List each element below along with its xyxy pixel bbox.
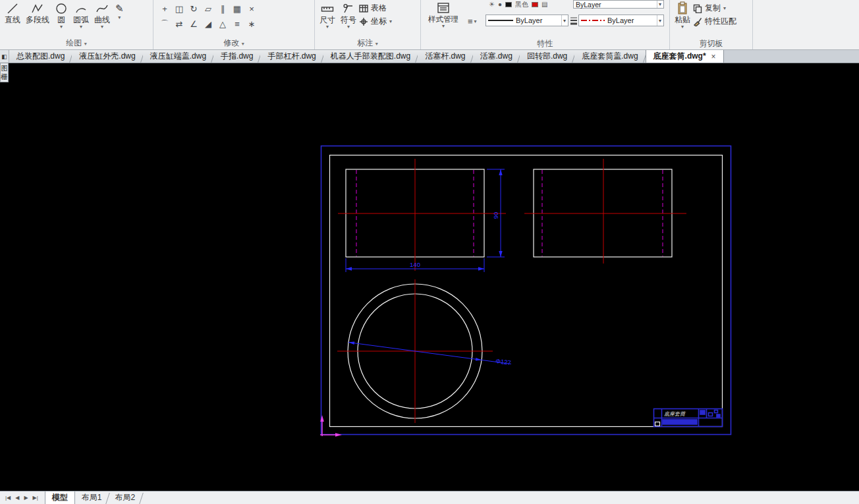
next-layout-icon[interactable]: ▶ <box>24 495 28 501</box>
side-view[interactable] <box>524 159 686 264</box>
first-layout-icon[interactable]: |◀ <box>5 495 11 501</box>
explode-icon[interactable]: ∗ <box>244 16 259 32</box>
mirror-icon[interactable]: ▱ <box>201 1 215 16</box>
chevron-down-icon[interactable]: ▾ <box>442 24 445 28</box>
clipboard-stack: 复制 ▾ 特性匹配 <box>693 1 736 27</box>
sketch-tool-button[interactable]: ✎ ▾ <box>113 1 126 20</box>
panel-label-modify[interactable]: 修改 ▾ <box>153 39 314 48</box>
table-button[interactable]: 表格 <box>359 3 392 14</box>
layer-bulb-icon[interactable]: ● <box>498 1 502 8</box>
line-tool-button[interactable]: 直线 <box>2 1 23 25</box>
paste-button[interactable]: 粘贴 ▾ <box>672 1 693 30</box>
last-layout-icon[interactable]: ▶| <box>33 495 38 501</box>
file-tab[interactable]: 活塞杆.dwg <box>418 50 472 63</box>
chevron-down-icon[interactable]: ▾ <box>681 24 684 29</box>
panel-label-properties[interactable]: 特性 <box>421 40 669 48</box>
drawing-viewport[interactable]: 90 140 <box>0 63 859 491</box>
drawing-canvas[interactable]: 图 栅 90 <box>0 63 859 491</box>
linetype-dropdown[interactable]: ByLayer ▾ <box>578 14 664 26</box>
fillet-icon[interactable]: ∠ <box>186 16 201 32</box>
arc-tool-button[interactable]: 圆弧 ▾ <box>70 1 92 30</box>
chevron-down-icon[interactable]: ▾ <box>657 1 661 8</box>
pencil-icon: ✎ <box>115 1 124 15</box>
copy-icon <box>693 1 702 15</box>
annotate-tools: 尺寸 ▾ 符号 ▾ 表格 <box>315 0 420 30</box>
copy-icon[interactable]: ◫ <box>172 1 186 16</box>
dimension-diameter[interactable]: Φ127 <box>348 342 511 366</box>
file-tab-active[interactable]: 底座套筒.dwg* × <box>646 50 724 63</box>
spline-tool-button[interactable]: 曲线 ▾ <box>92 1 113 30</box>
object-color-dropdown[interactable]: ByLayer ▾ <box>573 0 664 9</box>
lineweight-dropdown-value: ByLayer <box>516 16 542 24</box>
chevron-down-icon[interactable]: ▾ <box>561 15 566 26</box>
file-tab-label: 回转部.dwg <box>527 51 567 62</box>
style-manager-button[interactable]: 样式管理 ▾ <box>425 1 462 28</box>
scale-icon[interactable]: △ <box>215 16 230 32</box>
trim-icon[interactable]: ⌒ <box>157 16 172 32</box>
brightness-icon[interactable]: ☀ <box>489 1 495 8</box>
side-strip-char: 图 <box>1 64 8 72</box>
file-tab[interactable]: 手指.dwg <box>213 50 260 63</box>
panel-label-draw[interactable]: 绘图 ▾ <box>0 39 153 48</box>
front-view[interactable] <box>338 159 506 271</box>
file-tab[interactable]: 回转部.dwg <box>520 50 574 63</box>
chevron-down-icon[interactable]: ▾ <box>347 24 350 29</box>
close-icon[interactable]: × <box>711 52 716 61</box>
title-block[interactable]: 底座套筒 <box>653 409 723 427</box>
lineweight-list-icon[interactable] <box>570 16 578 26</box>
black-color-swatch[interactable] <box>505 2 512 7</box>
array-icon[interactable]: ▦ <box>230 1 244 16</box>
ribbon-panel-properties: 样式管理 ▾ ≡ ▾ ☀ ● 黑色 ▤ ByLayer ▾ ByLayer <box>421 0 670 49</box>
file-tab-label: 液压缸端盖.dwg <box>150 51 206 62</box>
chevron-down-icon[interactable]: ▾ <box>657 15 661 26</box>
coordinate-button[interactable]: 坐标 ▾ <box>359 16 392 27</box>
chamfer-icon[interactable]: ◢ <box>201 16 215 32</box>
extend-icon[interactable]: ⇄ <box>172 16 186 32</box>
file-tab[interactable]: 底座套筒盖.dwg <box>574 50 645 63</box>
plot-style-icon[interactable]: ▤ <box>541 1 547 8</box>
file-tab-label: 活塞杆.dwg <box>425 51 465 62</box>
panel-label-clipboard[interactable]: 剪切板 <box>670 40 752 48</box>
move-icon[interactable]: + <box>157 1 172 16</box>
file-tab-filler <box>724 50 859 63</box>
file-tab[interactable]: 活塞.dwg <box>473 50 520 63</box>
copy-button[interactable]: 复制 ▾ <box>693 3 736 14</box>
tab-model[interactable]: 模型 <box>45 491 75 504</box>
panel-label-text: 剪切板 <box>700 39 723 48</box>
file-tab[interactable]: 总装配图.dwg <box>9 50 72 63</box>
symbol-tool-button[interactable]: 符号 ▾ <box>338 1 359 30</box>
tool-label: 圆 <box>57 15 65 24</box>
prev-layout-icon[interactable]: ◀ <box>15 495 19 501</box>
file-tab[interactable]: 液压缸端盖.dwg <box>143 50 213 63</box>
ribbon-panel-clipboard: 粘贴 ▾ 复制 ▾ 特性匹配 <box>670 0 753 49</box>
dimension-tool-button[interactable]: 尺寸 ▾ <box>317 1 338 30</box>
chevron-down-icon[interactable]: ▾ <box>326 24 329 29</box>
file-tab[interactable]: 机器人手部装配图.dwg <box>323 50 418 63</box>
chevron-down-icon[interactable]: ▾ <box>101 24 103 29</box>
polyline-tool-button[interactable]: 多段线 <box>23 1 52 25</box>
match-properties-button[interactable]: 特性匹配 <box>693 16 736 27</box>
side-palette-tab[interactable]: 图 栅 <box>0 63 9 82</box>
red-color-swatch[interactable] <box>532 2 538 7</box>
lineweight-dropdown[interactable]: ByLayer ▾ <box>485 14 568 26</box>
tab-layout2[interactable]: 布局2 <box>108 491 142 504</box>
chevron-down-icon[interactable]: ▾ <box>80 24 82 29</box>
rotate-icon[interactable]: ↻ <box>186 1 201 16</box>
offset-icon[interactable]: ∥ <box>215 1 230 16</box>
circle-tool-button[interactable]: 圆 ▾ <box>52 1 70 30</box>
chevron-down-icon[interactable]: ▾ <box>60 24 63 29</box>
file-tab[interactable]: 液压缸外壳.dwg <box>72 50 142 63</box>
file-tab-label: 手部杠杆.dwg <box>267 51 316 62</box>
tab-layout1[interactable]: 布局1 <box>75 491 109 504</box>
file-tab-bar: ◧ 总装配图.dwg 液压缸外壳.dwg 液压缸端盖.dwg 手指.dwg 手部… <box>0 50 859 63</box>
document-corner-icon[interactable]: ◧ <box>0 50 9 63</box>
stretch-icon[interactable]: ≡ <box>230 16 244 32</box>
chevron-down-icon[interactable]: ▾ <box>723 6 726 11</box>
chevron-down-icon[interactable]: ▾ <box>118 15 121 20</box>
panel-label-annotate[interactable]: 标注 ▾ <box>315 39 420 48</box>
list-options-button[interactable]: ≡ ▾ <box>468 16 477 26</box>
file-tab-label: 总装配图.dwg <box>16 51 65 62</box>
erase-icon[interactable]: × <box>244 1 259 16</box>
file-tab[interactable]: 手部杠杆.dwg <box>260 50 323 63</box>
chevron-down-icon[interactable]: ▾ <box>389 19 392 24</box>
